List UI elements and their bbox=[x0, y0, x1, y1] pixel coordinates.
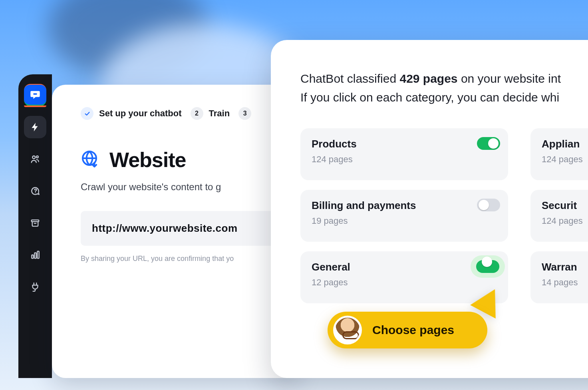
sidebar-item-analytics[interactable] bbox=[24, 244, 46, 266]
svg-rect-7 bbox=[37, 251, 39, 259]
setup-panel: Set up your chatbot 2 Train 3 Website Cr… bbox=[52, 85, 300, 378]
category-card-warranty[interactable]: Warran 14 pages bbox=[530, 251, 588, 303]
svg-point-3 bbox=[35, 192, 36, 193]
wizard-step-1[interactable]: Set up your chatbot bbox=[81, 107, 182, 120]
sidebar-item-support-chat[interactable] bbox=[24, 180, 46, 202]
sidebar-item-team[interactable] bbox=[24, 148, 46, 170]
website-url-value: http://www.yourwebsite.com bbox=[92, 222, 269, 235]
wizard-step-3[interactable]: 3 bbox=[238, 107, 251, 120]
toggle-highlight-ring bbox=[471, 255, 505, 278]
category-grid: Products 124 pages Applian 124 pages Bil… bbox=[300, 128, 588, 303]
svg-point-1 bbox=[32, 156, 35, 159]
website-url-input[interactable]: http://www.yourwebsite.com bbox=[81, 211, 280, 246]
wizard-step-2-label: Train bbox=[209, 108, 230, 119]
app-logo[interactable] bbox=[24, 84, 46, 106]
wizard-steps: Set up your chatbot 2 Train 3 bbox=[81, 107, 280, 120]
plug-icon bbox=[30, 282, 40, 292]
app-sidebar bbox=[18, 74, 52, 378]
wizard-step-3-number: 3 bbox=[238, 107, 251, 120]
svg-point-2 bbox=[36, 156, 38, 158]
toggle-products[interactable] bbox=[477, 137, 500, 150]
category-card-products[interactable]: Products 124 pages bbox=[300, 128, 508, 180]
svg-rect-0 bbox=[33, 94, 37, 95]
bar-chart-icon bbox=[30, 250, 40, 260]
category-card-appliances[interactable]: Applian 124 pages bbox=[530, 128, 588, 180]
svg-rect-6 bbox=[34, 253, 36, 259]
chat-question-icon bbox=[30, 186, 40, 196]
wizard-step-1-label: Set up your chatbot bbox=[99, 108, 182, 119]
toggle-general[interactable] bbox=[476, 260, 499, 273]
category-card-billing[interactable]: Billing and payments 19 pages bbox=[300, 190, 508, 242]
svg-rect-5 bbox=[32, 255, 33, 259]
wizard-step-2[interactable]: 2 Train bbox=[191, 107, 230, 120]
category-card-security[interactable]: Securit 124 pages bbox=[530, 190, 588, 242]
bolt-icon bbox=[30, 122, 40, 132]
check-icon bbox=[81, 107, 93, 120]
page-title: Website bbox=[109, 148, 186, 172]
categories-headline: ChatBot classified 429 pages on your web… bbox=[300, 70, 588, 107]
toggle-billing[interactable] bbox=[477, 199, 500, 211]
people-icon bbox=[30, 154, 40, 164]
choose-pages-label: Choose pages bbox=[372, 323, 454, 337]
url-disclaimer: By sharing your URL, you are confirming … bbox=[81, 255, 264, 263]
sidebar-item-integrations[interactable] bbox=[24, 276, 46, 298]
sidebar-item-automation[interactable] bbox=[24, 116, 46, 138]
choose-pages-callout[interactable]: Choose pages bbox=[328, 312, 487, 348]
archive-icon bbox=[30, 218, 40, 228]
user-avatar bbox=[333, 316, 362, 344]
sidebar-item-archive[interactable] bbox=[24, 212, 46, 234]
globe-download-icon bbox=[81, 149, 100, 170]
page-subtitle: Crawl your website's content to g bbox=[81, 181, 264, 193]
wizard-step-2-number: 2 bbox=[191, 107, 203, 120]
chat-bubble-icon bbox=[30, 89, 41, 100]
